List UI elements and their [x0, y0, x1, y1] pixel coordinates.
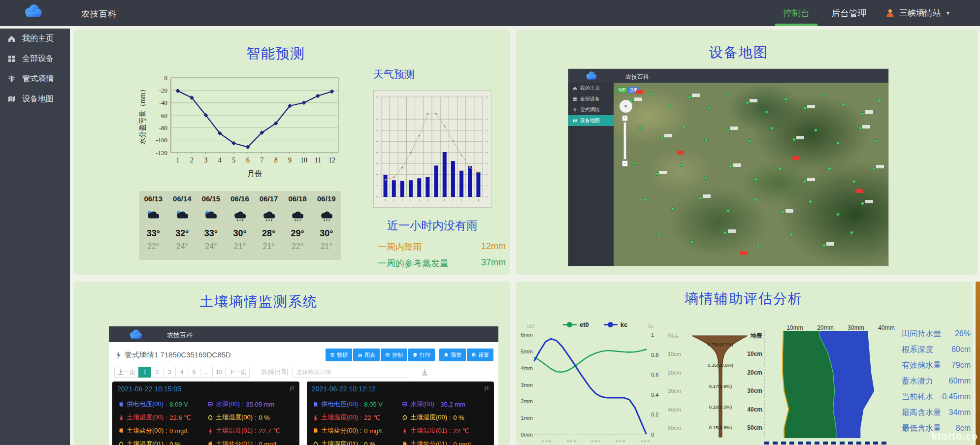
- device-marker[interactable]: [878, 99, 881, 102]
- page-button[interactable]: 下一页: [225, 367, 250, 378]
- sidebar-item-我的主页[interactable]: 我的主页: [0, 29, 70, 49]
- alert-marker[interactable]: [636, 90, 643, 94]
- device-marker[interactable]: [655, 172, 658, 176]
- sidebar-item-全部设备[interactable]: 全部设备: [0, 49, 70, 69]
- alert-marker[interactable]: [677, 151, 684, 155]
- device-marker[interactable]: [814, 128, 817, 132]
- device-marker[interactable]: [858, 127, 862, 130]
- embedded-sidebar-item-管式墒情[interactable]: 管式墒情: [568, 104, 614, 115]
- device-marker[interactable]: [803, 180, 807, 183]
- device-marker[interactable]: [850, 231, 853, 234]
- stat-label: 当前耗水: [902, 392, 933, 402]
- device-marker[interactable]: [704, 138, 708, 141]
- device-marker[interactable]: [861, 202, 864, 205]
- 数据-button[interactable]: 数据: [326, 349, 352, 361]
- 设置-button[interactable]: 设置: [467, 349, 493, 361]
- device-marker[interactable]: [704, 176, 708, 180]
- device-marker[interactable]: [699, 196, 702, 200]
- device-marker[interactable]: [638, 127, 642, 130]
- device-marker[interactable]: [875, 139, 878, 143]
- map-zoom-slider[interactable]: + −: [622, 115, 628, 166]
- map-mode-button[interactable]: 地图: [617, 87, 627, 93]
- device-marker[interactable]: [828, 167, 831, 170]
- device-marker[interactable]: [657, 233, 661, 236]
- device-marker[interactable]: [836, 213, 840, 216]
- zoom-in-button[interactable]: +: [622, 115, 628, 121]
- device-marker[interactable]: [723, 231, 727, 234]
- 打印-button[interactable]: 打印: [408, 349, 435, 361]
- device-marker[interactable]: [650, 92, 653, 95]
- device-marker[interactable]: [690, 240, 694, 244]
- sensor-value: 22.6 ℃: [169, 414, 191, 421]
- device-marker[interactable]: [671, 207, 675, 211]
- device-marker[interactable]: [688, 95, 691, 99]
- device-marker[interactable]: [756, 244, 760, 247]
- tab-console[interactable]: 控制台: [780, 0, 813, 26]
- alert-marker[interactable]: [740, 251, 748, 255]
- legend-item-kc[interactable]: kc: [604, 321, 627, 328]
- device-marker[interactable]: [683, 125, 686, 128]
- device-marker[interactable]: [669, 105, 672, 108]
- device-marker[interactable]: [861, 112, 864, 116]
- device-marker[interactable]: [660, 136, 664, 139]
- device-marker[interactable]: [836, 141, 840, 145]
- download-icon[interactable]: [421, 369, 428, 376]
- device-marker[interactable]: [792, 138, 796, 141]
- sidebar-item-设备地图[interactable]: 设备地图: [0, 89, 70, 109]
- page-button[interactable]: ...: [200, 367, 213, 378]
- device-marker[interactable]: [726, 92, 730, 95]
- date-input[interactable]: [292, 367, 409, 378]
- page-button[interactable]: 10: [212, 367, 226, 378]
- device-marker[interactable]: [765, 110, 768, 114]
- cloudy-night-icon: [203, 210, 219, 222]
- device-marker[interactable]: [726, 128, 730, 132]
- alert-marker[interactable]: [855, 189, 863, 193]
- device-marker[interactable]: [707, 106, 711, 110]
- sidebar-item-管式墒情[interactable]: 管式墒情: [0, 69, 70, 89]
- device-marker[interactable]: [680, 163, 683, 167]
- device-marker[interactable]: [746, 101, 749, 104]
- device-marker[interactable]: [754, 178, 757, 181]
- zoom-out-button[interactable]: −: [622, 160, 628, 166]
- embedded-sidebar-item-全部设备[interactable]: 全部设备: [568, 94, 614, 104]
- device-marker[interactable]: [809, 200, 812, 203]
- page-button[interactable]: 3: [163, 367, 176, 378]
- device-marker[interactable]: [822, 94, 826, 97]
- page-button[interactable]: 2: [151, 367, 163, 378]
- device-marker[interactable]: [784, 97, 787, 101]
- satellite-map[interactable]: 地图 卫星 + −: [614, 83, 888, 266]
- device-marker[interactable]: [789, 233, 793, 236]
- device-marker[interactable]: [644, 198, 647, 201]
- device-marker[interactable]: [803, 106, 807, 110]
- device-marker[interactable]: [748, 139, 751, 143]
- alert-marker[interactable]: [792, 156, 800, 160]
- 图表-button[interactable]: 图表: [353, 349, 380, 361]
- 控制-button[interactable]: 控制: [381, 349, 407, 361]
- device-marker[interactable]: [770, 127, 774, 130]
- page-button[interactable]: 上一页: [114, 367, 139, 378]
- device-marker[interactable]: [630, 99, 633, 102]
- device-marker[interactable]: [633, 161, 636, 165]
- device-marker[interactable]: [872, 167, 876, 170]
- zoom-track[interactable]: [623, 122, 626, 159]
- 预警-button[interactable]: 预警: [439, 349, 466, 361]
- legend-item-et0[interactable]: et0: [563, 321, 589, 328]
- device-marker[interactable]: [729, 165, 732, 168]
- device-marker[interactable]: [822, 244, 826, 247]
- page-button[interactable]: 5: [188, 367, 200, 378]
- embedded-sidebar-item-设备地图[interactable]: 设备地图: [568, 115, 614, 126]
- pin-icon[interactable]: [484, 386, 489, 392]
- user-station-menu[interactable]: 三峡墒情站 ▼: [885, 7, 950, 19]
- device-marker[interactable]: [852, 180, 856, 183]
- page-button[interactable]: 4: [175, 367, 188, 378]
- pin-icon[interactable]: [290, 386, 294, 392]
- tab-admin[interactable]: 后台管理: [831, 7, 867, 19]
- page-button-active[interactable]: 1: [138, 367, 151, 378]
- device-marker[interactable]: [781, 211, 784, 214]
- embedded-sidebar-item-我的主页[interactable]: 我的主页: [568, 83, 614, 94]
- device-marker[interactable]: [779, 167, 782, 170]
- stat-value: 26%: [955, 329, 971, 338]
- device-marker[interactable]: [842, 103, 845, 106]
- device-marker[interactable]: [754, 198, 757, 201]
- device-marker[interactable]: [726, 209, 730, 213]
